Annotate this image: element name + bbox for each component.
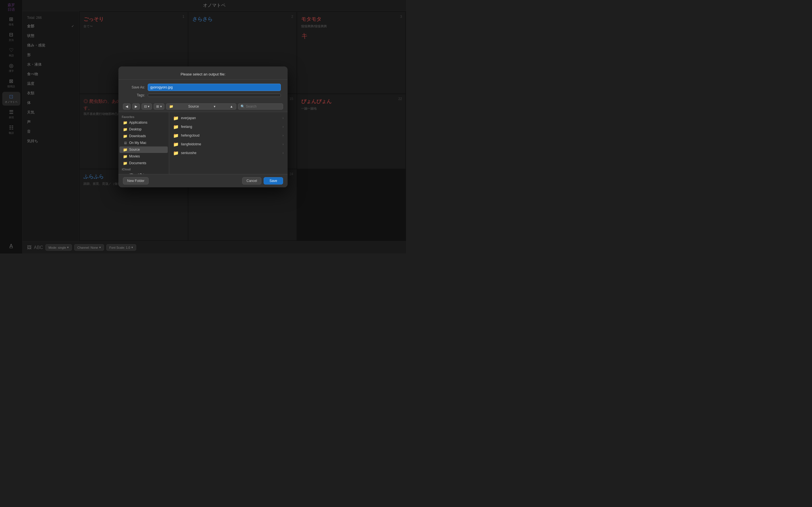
folder-icon: 📁 bbox=[173, 151, 179, 156]
sidebar-label-movies: Movies bbox=[129, 154, 140, 158]
tags-input[interactable] bbox=[148, 94, 281, 97]
sidebar-item-documents[interactable]: 📁 Documents bbox=[119, 160, 168, 166]
sidebar-label-on-my-mac: On My Mac bbox=[129, 141, 146, 145]
icloud-label: iCloud bbox=[118, 167, 169, 172]
folder-icon: 📁 bbox=[173, 142, 179, 147]
forward-button[interactable]: ▶ bbox=[132, 103, 140, 110]
file-item-everjapan[interactable]: 📁 everjapan › bbox=[171, 114, 286, 122]
sidebar-label-applications: Applications bbox=[129, 121, 147, 124]
chevron-right-icon: › bbox=[283, 133, 284, 137]
dialog-header: Please select an output file: bbox=[118, 66, 288, 80]
dialog-form: Save As: Tags: bbox=[118, 80, 288, 101]
folder-icon: 📁 bbox=[123, 127, 128, 131]
chevron-right-icon: › bbox=[283, 116, 284, 120]
file-name: liangfeidotme bbox=[181, 142, 280, 146]
file-item-senluoshe[interactable]: 📁 senluoshe › bbox=[171, 149, 286, 158]
save-button[interactable]: Save bbox=[264, 177, 283, 184]
search-input[interactable] bbox=[246, 105, 281, 108]
dialog-action-buttons: Cancel Save bbox=[242, 177, 283, 184]
folder-icon: 📁 bbox=[123, 161, 128, 165]
file-name: feelang bbox=[181, 125, 280, 129]
folder-icon: 📁 bbox=[173, 115, 179, 121]
back-button[interactable]: ◀ bbox=[123, 103, 131, 110]
favorites-label: Favorites bbox=[118, 114, 169, 119]
folder-icon: 📁 bbox=[123, 148, 128, 152]
save-as-row: Save As: bbox=[125, 83, 281, 91]
chevron-right-icon: › bbox=[283, 151, 284, 155]
tags-row: Tags: bbox=[125, 93, 281, 97]
dialog-overlay: Please select an output file: Save As: T… bbox=[0, 0, 406, 253]
folder-icon: 📁 bbox=[173, 124, 179, 129]
save-as-label: Save As: bbox=[125, 86, 145, 89]
sidebar-item-icloud-drive[interactable]: ☁ iCloud Drive bbox=[119, 172, 168, 174]
folder-icon: 📁 bbox=[123, 154, 128, 159]
save-dialog: Please select an output file: Save As: T… bbox=[118, 66, 288, 187]
chevron-right-icon: › bbox=[283, 125, 284, 129]
folder-icon: 📁 bbox=[169, 105, 173, 108]
computer-icon: 🖥 bbox=[123, 141, 128, 145]
location-label: Source bbox=[188, 105, 199, 108]
dialog-body: Favorites 📁 Applications 📁 Desktop 📁 Dow… bbox=[118, 112, 288, 174]
icon-view-button[interactable]: ⊞ ▾ bbox=[154, 103, 164, 110]
search-box[interactable]: 🔍 bbox=[238, 103, 283, 110]
sidebar-label-source: Source bbox=[129, 148, 140, 152]
file-item-feelang[interactable]: 📁 feelang › bbox=[171, 122, 286, 131]
file-name: everjapan bbox=[181, 116, 280, 120]
file-name: senluoshe bbox=[181, 151, 280, 155]
folder-icon: 📁 bbox=[123, 134, 128, 138]
dialog-title: Please select an output file: bbox=[181, 72, 225, 76]
dialog-footer: New Folder Cancel Save bbox=[118, 174, 288, 187]
cancel-button[interactable]: Cancel bbox=[242, 177, 261, 184]
sidebar-item-downloads[interactable]: 📁 Downloads bbox=[119, 133, 168, 139]
chevron-right-icon: › bbox=[283, 142, 284, 146]
folder-icon: 📁 bbox=[173, 133, 179, 138]
new-folder-button[interactable]: New Folder bbox=[123, 177, 149, 184]
sidebar-item-movies[interactable]: 📁 Movies bbox=[119, 153, 168, 160]
sidebar-item-desktop[interactable]: 📁 Desktop bbox=[119, 126, 168, 133]
tags-label: Tags: bbox=[125, 93, 145, 97]
dialog-sidebar: Favorites 📁 Applications 📁 Desktop 📁 Dow… bbox=[118, 112, 169, 174]
dialog-toolbar: ◀ ▶ ⊟ ▾ ⊞ ▾ 📁 Source ▾ ▲ 🔍 bbox=[118, 101, 288, 112]
location-chevron-icon: ▾ bbox=[214, 105, 215, 108]
save-as-input[interactable] bbox=[148, 83, 281, 91]
location-expand-icon: ▲ bbox=[230, 105, 233, 108]
dialog-filelist: 📁 everjapan › 📁 feelang › 📁 hefengcloud … bbox=[169, 112, 288, 174]
folder-icon: 📁 bbox=[123, 121, 128, 125]
sidebar-item-source[interactable]: 📁 Source bbox=[119, 147, 168, 153]
file-item-hefengcloud[interactable]: 📁 hefengcloud › bbox=[171, 131, 286, 140]
list-view-button[interactable]: ⊟ ▾ bbox=[142, 103, 152, 110]
sidebar-item-on-my-mac[interactable]: 🖥 On My Mac bbox=[119, 140, 168, 146]
file-item-liangfeidotme[interactable]: 📁 liangfeidotme › bbox=[171, 140, 286, 149]
sidebar-label-downloads: Downloads bbox=[129, 134, 146, 138]
location-selector[interactable]: 📁 Source ▾ ▲ bbox=[166, 103, 236, 110]
sidebar-label-documents: Documents bbox=[129, 161, 146, 165]
sidebar-item-applications[interactable]: 📁 Applications bbox=[119, 119, 168, 126]
sidebar-label-desktop: Desktop bbox=[129, 127, 142, 131]
search-icon: 🔍 bbox=[241, 105, 245, 108]
file-name: hefengcloud bbox=[181, 133, 280, 137]
